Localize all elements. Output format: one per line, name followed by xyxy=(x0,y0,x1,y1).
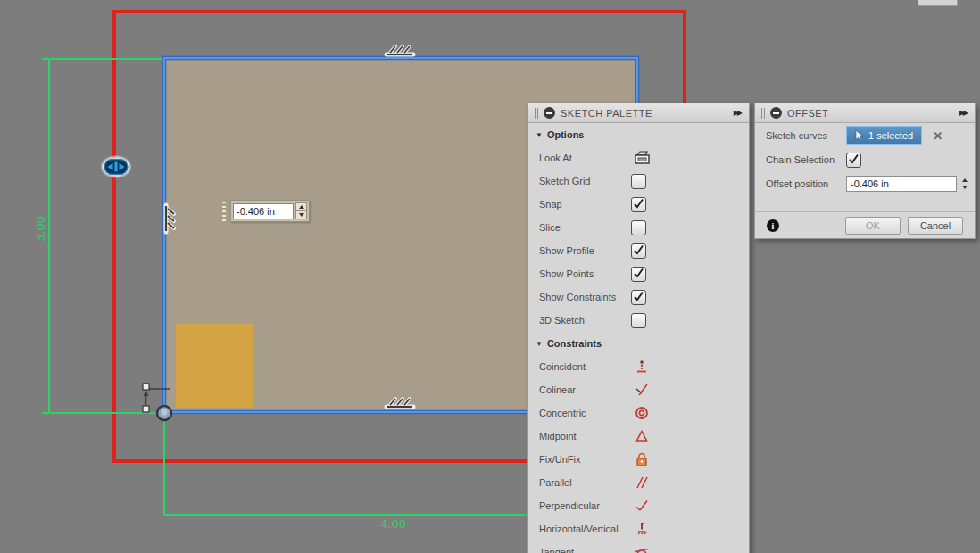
row-label: Show Points xyxy=(539,268,631,279)
row-label: Midpoint xyxy=(539,431,631,442)
collapse-panel-icon[interactable] xyxy=(770,107,782,119)
palette-row-coincident: Coincident xyxy=(528,355,749,378)
sketch-grid-checkbox[interactable] xyxy=(631,174,646,189)
row-label: Sketch Grid xyxy=(539,176,631,186)
palette-row-concentric: Concentric xyxy=(528,401,749,425)
row-label: Coincident xyxy=(539,361,631,372)
stepper-up-icon[interactable] xyxy=(296,203,306,210)
palette-row-parallel: Parallel xyxy=(528,471,749,494)
palette-row-horizontal-vertical: Horizontal/Vertical xyxy=(528,517,749,541)
panel-grip[interactable] xyxy=(761,108,765,119)
stepper-up-icon[interactable] xyxy=(962,178,968,182)
row-label: Perpendicular xyxy=(539,500,631,511)
palette-row-show-points: Show Points xyxy=(528,262,749,285)
row-label: Concentric xyxy=(539,408,631,418)
origin-point-highlight xyxy=(162,409,168,416)
palette-row-tangent: Tangent xyxy=(528,541,749,553)
palette-row-show-constraints: Show Constraints xyxy=(528,285,749,309)
constraints-section-header[interactable]: ▼ Constraints xyxy=(528,332,749,355)
row-label: Horizontal/Vertical xyxy=(539,524,631,534)
options-section-header[interactable]: ▼ Options xyxy=(528,123,749,146)
row-label: Slice xyxy=(539,222,631,233)
offset-dialog-header[interactable]: OFFSET ▶▶ xyxy=(755,103,975,123)
show-profile-checkbox[interactable] xyxy=(631,243,646,259)
cancel-button[interactable]: Cancel xyxy=(908,217,963,235)
palette-row-midpoint: Midpoint xyxy=(528,425,749,448)
undock-panel-icon[interactable]: ▶▶ xyxy=(734,109,743,117)
look-at-icon[interactable] xyxy=(631,150,652,166)
row-label: Show Constraints xyxy=(539,292,631,302)
horizontal-vertical-icon[interactable] xyxy=(631,521,652,537)
panel-grip[interactable] xyxy=(535,108,538,119)
snap-checkbox[interactable] xyxy=(631,197,646,212)
offset-position-row: Offset position xyxy=(755,171,975,196)
collapse-panel-icon[interactable] xyxy=(544,107,555,119)
viewcube-fragment[interactable] xyxy=(918,0,958,6)
canvas-offset-value-input[interactable] xyxy=(233,203,294,219)
drag-dots-handle[interactable] xyxy=(222,202,226,221)
row-label: Parallel xyxy=(539,477,631,488)
chain-selection-checkbox[interactable] xyxy=(846,153,861,168)
sketch-curves-label: Sketch curves xyxy=(766,130,846,141)
clear-selection-icon[interactable]: ✕ xyxy=(933,130,943,142)
row-label: Tangent xyxy=(539,547,631,553)
palette-row-slice: Slice xyxy=(528,216,749,239)
offset-dialog-title: OFFSET xyxy=(787,108,954,119)
chain-selection-label: Chain Selection xyxy=(766,154,846,165)
stepper-down-icon[interactable] xyxy=(296,210,306,219)
ok-button[interactable]: OK xyxy=(845,217,901,235)
parallel-icon[interactable] xyxy=(631,475,652,491)
show-constraints-checkbox[interactable] xyxy=(631,290,646,305)
canvas-offset-input-widget xyxy=(222,200,310,222)
coincident-icon[interactable] xyxy=(631,359,652,375)
offset-dialog-footer: i OK Cancel xyxy=(755,212,975,239)
row-label: Fix/UnFix xyxy=(539,454,631,465)
row-label: Show Profile xyxy=(539,245,631,256)
row-label: Colinear xyxy=(539,384,631,395)
chevron-down-icon: ▼ xyxy=(536,340,543,348)
sketch-palette-header[interactable]: SKETCH PALETTE ▶▶ xyxy=(528,103,749,123)
tangent-icon[interactable] xyxy=(631,544,652,553)
info-icon[interactable]: i xyxy=(767,219,779,232)
palette-row-sketch-grid: Sketch Grid xyxy=(528,169,749,193)
sketch-palette-title: SKETCH PALETTE xyxy=(561,108,728,119)
sketch-canvas[interactable]: 3.00 4.00 xyxy=(0,0,980,553)
palette-row-perpendicular: Perpendicular xyxy=(528,494,749,517)
chevron-down-icon: ▼ xyxy=(536,131,543,139)
stepper-down-icon[interactable] xyxy=(962,186,968,189)
offset-position-label: Offset position xyxy=(766,178,846,189)
offset-input-frame xyxy=(230,200,310,222)
offset-drag-handle[interactable] xyxy=(101,156,131,178)
row-label: Snap xyxy=(539,199,631,210)
sketch-palette-panel: SKETCH PALETTE ▶▶ ▼ Options Look At Sket… xyxy=(527,103,750,553)
perpendicular-icon[interactable] xyxy=(631,498,652,514)
undock-panel-icon[interactable]: ▶▶ xyxy=(959,109,968,117)
concentric-icon[interactable] xyxy=(631,405,652,421)
selected-profile[interactable] xyxy=(176,324,253,408)
palette-row-look-at: Look At xyxy=(528,146,749,169)
offset-position-stepper[interactable] xyxy=(962,178,968,189)
palette-row-3d-sketch: 3D Sketch xyxy=(528,309,749,332)
slice-checkbox[interactable] xyxy=(631,220,646,235)
canvas-offset-stepper[interactable] xyxy=(295,202,307,219)
fix-unfix-icon[interactable] xyxy=(631,451,652,467)
sketch-curves-row: Sketch curves 1 selected ✕ xyxy=(755,123,975,148)
offset-dialog: OFFSET ▶▶ Sketch curves 1 selected ✕ Cha… xyxy=(754,103,976,239)
palette-row-colinear: Colinear xyxy=(528,378,749,401)
offset-position-input[interactable] xyxy=(846,176,957,192)
3d-sketch-checkbox[interactable] xyxy=(631,313,646,328)
vertical-dimension-value[interactable]: 3.00 xyxy=(34,216,47,242)
row-label: Look At xyxy=(539,153,631,163)
constraints-section-label: Constraints xyxy=(547,338,602,349)
horizontal-dimension-value[interactable]: 4.00 xyxy=(380,517,406,531)
palette-row-snap: Snap xyxy=(528,193,749,216)
sketch-curves-selection-button[interactable]: 1 selected xyxy=(846,126,922,145)
palette-row-fix-unfix: Fix/UnFix xyxy=(528,448,749,471)
chain-selection-row: Chain Selection xyxy=(755,148,975,171)
cursor-icon xyxy=(855,130,864,142)
colinear-icon[interactable] xyxy=(631,382,652,398)
midpoint-icon[interactable] xyxy=(631,428,652,444)
row-label: 3D Sketch xyxy=(539,315,631,326)
show-points-checkbox[interactable] xyxy=(631,267,646,282)
horizontal-constraint-marker-top[interactable] xyxy=(386,46,413,54)
